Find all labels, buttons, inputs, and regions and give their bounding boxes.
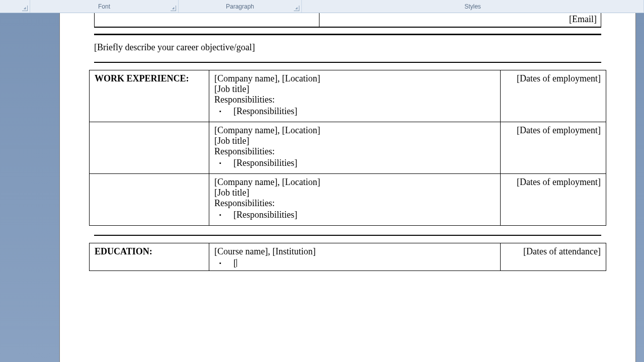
responsibilities-label[interactable]: Responsibilities:: [214, 146, 495, 157]
section-label[interactable]: WORK EXPERIENCE:: [90, 70, 209, 122]
ribbon-group-label: Styles: [464, 3, 481, 10]
responsibilities-label[interactable]: Responsibilities:: [214, 95, 495, 105]
name-cell[interactable]: [Your name]: [94, 13, 319, 27]
company-placeholder[interactable]: [Company name], [Location]: [214, 177, 495, 188]
section-label-empty[interactable]: [90, 122, 209, 174]
responsibility-bullet[interactable]: [Responsibilities]: [233, 210, 495, 220]
responsibility-bullet[interactable]: [Responsibilities]: [233, 158, 495, 168]
education-bullet[interactable]: [: [233, 258, 495, 268]
work-detail-cell[interactable]: [Company name], [Location] [Job title] R…: [209, 122, 501, 174]
work-detail-cell[interactable]: [Company name], [Location] [Job title] R…: [209, 174, 501, 226]
header-row: [Your name] [Email]: [94, 13, 601, 28]
responsibilities-label[interactable]: Responsibilities:: [214, 198, 495, 209]
dialog-launcher-icon[interactable]: [171, 6, 176, 11]
dialog-launcher-icon[interactable]: [22, 6, 28, 11]
responsibility-bullet[interactable]: [Responsibilities]: [233, 106, 495, 117]
dates-placeholder[interactable]: [Dates of employment]: [501, 70, 606, 122]
table-row[interactable]: [Company name], [Location] [Job title] R…: [90, 122, 606, 174]
ribbon-group-styles: Styles: [302, 0, 644, 13]
education-detail-cell[interactable]: [Course name], [Institution] [: [209, 243, 501, 271]
contact-cell[interactable]: [Email]: [319, 13, 601, 27]
course-placeholder[interactable]: [Course name], [Institution]: [214, 246, 495, 257]
company-placeholder[interactable]: [Company name], [Location]: [214, 73, 495, 84]
section-rule: [94, 235, 601, 236]
education-table[interactable]: EDUCATION: [Course name], [Institution] …: [89, 243, 606, 271]
section-label-empty[interactable]: [90, 174, 209, 226]
objective-placeholder[interactable]: [Briefly describe your career objective/…: [94, 42, 601, 53]
ribbon-group-font: Font: [30, 0, 179, 13]
ribbon-group-label: Font: [98, 3, 110, 10]
ribbon-group-label: Paragraph: [226, 3, 254, 10]
dates-placeholder[interactable]: [Dates of employment]: [501, 174, 606, 226]
dialog-launcher-icon[interactable]: [294, 6, 299, 11]
text-cursor[interactable]: [: [233, 258, 236, 268]
table-row[interactable]: EDUCATION: [Course name], [Institution] …: [90, 243, 606, 271]
dates-placeholder[interactable]: [Dates of attendance]: [501, 243, 606, 271]
section-label[interactable]: EDUCATION:: [90, 243, 209, 271]
jobtitle-placeholder[interactable]: [Job title]: [214, 136, 495, 146]
ribbon-group-paragraph: Paragraph: [179, 0, 302, 13]
thick-rule: [94, 34, 601, 35]
ribbon-group-labels: Font Paragraph Styles: [0, 0, 644, 13]
work-detail-cell[interactable]: [Company name], [Location] [Job title] R…: [209, 70, 501, 122]
page[interactable]: [Your name] [Email] [Briefly describe yo…: [59, 13, 636, 362]
jobtitle-placeholder[interactable]: [Job title]: [214, 188, 495, 198]
document-area[interactable]: [Your name] [Email] [Briefly describe yo…: [0, 13, 644, 362]
jobtitle-placeholder[interactable]: [Job title]: [214, 84, 495, 95]
dates-placeholder[interactable]: [Dates of employment]: [501, 122, 606, 174]
table-row[interactable]: [Company name], [Location] [Job title] R…: [90, 174, 606, 226]
email-placeholder[interactable]: [Email]: [569, 14, 597, 25]
work-experience-table[interactable]: WORK EXPERIENCE: [Company name], [Locati…: [89, 70, 606, 226]
company-placeholder[interactable]: [Company name], [Location]: [214, 125, 495, 136]
ribbon-group-clipboard: [0, 0, 30, 13]
table-row[interactable]: WORK EXPERIENCE: [Company name], [Locati…: [90, 70, 606, 122]
section-rule: [94, 62, 601, 63]
